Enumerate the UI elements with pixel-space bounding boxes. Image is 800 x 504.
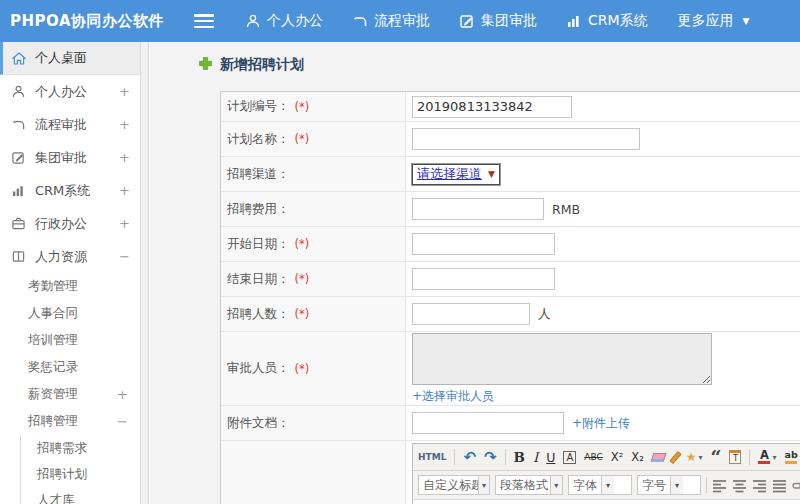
strikethrough-button[interactable]: ABC [584, 452, 602, 462]
sidebar-item-admin-office[interactable]: 行政办公 + [0, 207, 140, 240]
top-navbar: PHPOA协同办公软件 个人办公 流程审批 集团审批 CRM系统 更多应用 ▼ [0, 0, 800, 42]
page-title-text: 新增招聘计划 [220, 56, 304, 74]
user-icon [246, 14, 260, 28]
sidebar-item-attendance-management[interactable]: 考勤管理 [0, 273, 140, 300]
paragraph-format-select[interactable]: 段落格式▾ [495, 475, 563, 495]
eraser-icon[interactable] [652, 453, 665, 462]
redo-button[interactable]: ↷ [484, 450, 497, 464]
underline-button[interactable]: U [546, 450, 555, 465]
currency-suffix: RMB [552, 202, 580, 217]
form-row-approvers: 审批人员：(*) +选择审批人员 [221, 332, 800, 406]
caret-down-icon: ▾ [550, 476, 562, 494]
caret-down-icon: ▼ [743, 16, 750, 26]
font-size-select[interactable]: 字号▾ [637, 475, 701, 495]
expand-icon[interactable]: + [119, 84, 130, 99]
italic-button[interactable]: I [533, 449, 538, 465]
undo-icon [11, 118, 26, 131]
font-style-button[interactable]: A [563, 451, 576, 464]
expand-icon[interactable]: + [119, 150, 130, 165]
form-row-start-date: 开始日期：(*) [221, 227, 800, 262]
editor-toolbar-row1: HTML ↶ ↷ B I U A ABC X² X₂ ★ [413, 444, 800, 471]
form-row-editor: HTML ↶ ↷ B I U A ABC X² X₂ ★ [221, 441, 800, 504]
font-family-select[interactable]: 字体▾ [568, 475, 632, 495]
align-left-icon[interactable] [712, 478, 727, 493]
book-icon [11, 250, 26, 263]
sidebar-item-recruitment-plan[interactable]: 招聘计划 [21, 461, 140, 487]
field-label: 审批人员： [227, 360, 290, 377]
required-marker: (*) [295, 272, 310, 286]
form-row-recruit-channel: 招聘渠道： 请选择渠道 ▼ [221, 157, 800, 192]
subscript-button[interactable]: X₂ [631, 450, 644, 464]
sidebar-item-talent-pool[interactable]: 人才库 [21, 487, 140, 504]
custom-title-select[interactable]: 自定义标题▾ [418, 475, 490, 495]
expand-icon[interactable]: + [119, 216, 130, 231]
sidebar-item-training-management[interactable]: 培训管理 [0, 327, 140, 354]
hamburger-menu-icon[interactable] [194, 14, 214, 28]
blockquote-button[interactable]: “ [711, 451, 722, 463]
select-approvers-link[interactable]: +选择审批人员 [412, 388, 494, 405]
sidebar-item-personal-desktop[interactable]: 个人桌面 [0, 42, 140, 75]
user-icon [11, 85, 26, 98]
plan-name-input[interactable] [412, 128, 640, 150]
sidebar-item-personal-office[interactable]: 个人办公 + [0, 75, 140, 108]
sidebar-item-hr-contracts[interactable]: 人事合同 [0, 300, 140, 327]
sidebar-item-reward-punishment-records[interactable]: 奖惩记录 [0, 354, 140, 381]
editor-toolbar-row2: 自定义标题▾ 段落格式▾ 字体▾ 字号▾ [413, 471, 800, 500]
end-date-input[interactable] [412, 268, 555, 290]
expand-icon[interactable]: + [117, 387, 128, 402]
sidebar-item-label: 人力资源 [35, 248, 87, 266]
edit-icon [460, 14, 474, 28]
approvers-textarea[interactable] [412, 333, 712, 385]
font-color-button[interactable]: A▾ [758, 450, 776, 464]
sidebar-item-recruitment-demand[interactable]: 招聘需求 [21, 435, 140, 461]
undo-button[interactable]: ↶ [463, 450, 476, 464]
highlight-color-button[interactable]: ab▾ [785, 450, 800, 464]
recruitment-plan-form: 计划编号：(*) 计划名称：(*) 招聘渠道： 请选择渠道 ▼ 招聘费用： RM… [220, 91, 800, 504]
form-row-plan-name: 计划名称：(*) [221, 122, 800, 157]
sidebar-item-salary-management[interactable]: 薪资管理+ [0, 381, 140, 408]
sidebar-item-crm-system[interactable]: CRM系统 + [0, 174, 140, 207]
caret-down-icon: ▾ [699, 453, 703, 462]
required-marker: (*) [295, 100, 310, 114]
channel-select[interactable]: 请选择渠道 ▼ [412, 164, 500, 185]
editor-content-area[interactable] [413, 500, 800, 504]
sidebar-item-label: 个人桌面 [35, 49, 87, 67]
plus-icon [199, 57, 212, 73]
form-row-end-date: 结束日期：(*) [221, 262, 800, 297]
bold-button[interactable]: B [514, 449, 525, 465]
superscript-button[interactable]: X² [611, 450, 624, 464]
form-row-plan-number: 计划编号：(*) [221, 92, 800, 122]
sidebar-item-recruitment-management[interactable]: 招聘管理− [0, 408, 140, 435]
page-title: 新增招聘计划 [199, 56, 800, 74]
sidebar-item-label: 流程审批 [35, 116, 87, 134]
sidebar-item-human-resources[interactable]: 人力资源 − [0, 240, 140, 273]
link-icon[interactable] [792, 478, 800, 493]
expand-icon[interactable]: + [119, 117, 130, 132]
nav-item-more-apps[interactable]: 更多应用 ▼ [678, 12, 750, 30]
collapse-icon[interactable]: − [117, 414, 128, 429]
expand-icon[interactable]: + [119, 183, 130, 198]
headcount-input[interactable] [412, 303, 530, 325]
nav-item-personal-office[interactable]: 个人办公 [246, 12, 323, 30]
autotypeset-button[interactable]: ★▾ [686, 450, 703, 464]
paste-plain-button[interactable]: T [729, 450, 741, 464]
attachment-input[interactable] [412, 412, 564, 434]
format-brush-icon[interactable] [673, 451, 678, 464]
field-label: 招聘人数： [227, 306, 290, 323]
align-justify-icon[interactable] [772, 478, 787, 493]
align-right-icon[interactable] [752, 478, 767, 493]
align-center-icon[interactable] [732, 478, 747, 493]
attachment-upload-link[interactable]: +附件上传 [572, 415, 630, 432]
nav-item-crm-system[interactable]: CRM系统 [567, 12, 648, 30]
html-source-button[interactable]: HTML [418, 452, 446, 462]
recruit-cost-input[interactable] [412, 198, 544, 220]
form-row-recruit-cost: 招聘费用： RMB [221, 192, 800, 227]
sidebar-scrollbar[interactable] [141, 42, 149, 504]
start-date-input[interactable] [412, 233, 555, 255]
nav-item-group-approval[interactable]: 集团审批 [460, 12, 537, 30]
sidebar-item-group-approval[interactable]: 集团审批 + [0, 141, 140, 174]
nav-item-workflow-approval[interactable]: 流程审批 [353, 12, 430, 30]
collapse-icon[interactable]: − [119, 249, 130, 264]
sidebar-item-workflow-approval[interactable]: 流程审批 + [0, 108, 140, 141]
plan-number-input[interactable] [412, 96, 572, 118]
